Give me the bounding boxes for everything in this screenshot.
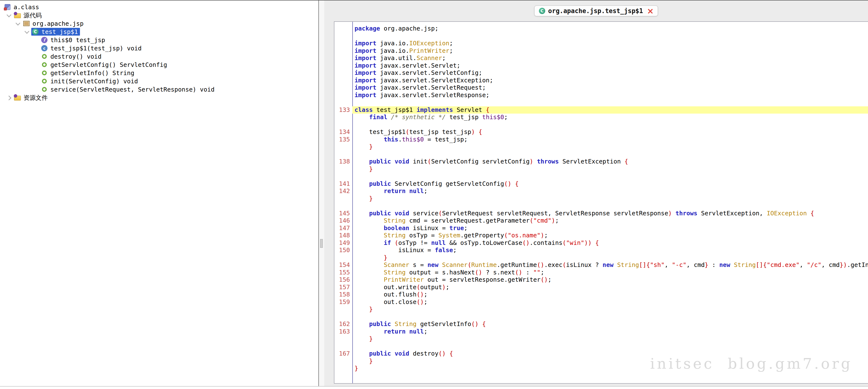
line-number [334,306,352,313]
chevron-down-icon[interactable] [13,20,22,28]
line-number: 154 [334,261,352,269]
code-line-text: public String getServletInfo() { [352,320,868,328]
code-line[interactable]: 147 boolean isLinux = true; [334,225,868,232]
code-line[interactable]: 134 test_jsp$1(test_jsp test_jsp) { [334,128,868,136]
code-line[interactable]: 138 public void init(ServletConfig servl… [334,158,868,165]
code-line[interactable]: import java.util.Scanner; [334,55,868,62]
tree-item-method-service[interactable]: service(ServletRequest, ServletResponse)… [0,85,318,94]
code-line[interactable]: 141 public ServletConfig getServletConfi… [334,180,868,188]
tree-item-org-apache-jsp[interactable]: org.apache.jsp [0,20,318,28]
code-line-text: return null; [352,328,868,335]
code-line-text: PrintWriter out = servletResponse.getWri… [352,276,868,284]
line-number [334,92,352,99]
tree-item-label: org.apache.jsp [32,20,84,27]
code-line[interactable]: 145 public void service(ServletRequest s… [334,210,868,217]
code-line[interactable]: } [334,143,868,151]
tree-item-label: a.class [13,4,39,11]
code-line[interactable]: package org.apache.jsp; [334,25,868,32]
code-line[interactable]: 149 if (osTyp != null && osTyp.toLowerCa… [334,239,868,247]
line-number: 155 [334,269,352,277]
code-line[interactable] [334,99,868,106]
code-line[interactable]: } [334,195,868,202]
tree-item-a-class[interactable]: a.class [0,3,318,11]
tree-item-method-getservletinfo[interactable]: getServletInfo() String [0,69,318,77]
code-line[interactable]: } [334,165,868,173]
tab-close-icon[interactable]: × [645,7,654,14]
code-panel: package org.apache.jsp;import java.io.IO… [334,21,868,384]
code-area[interactable]: package org.apache.jsp;import java.io.IO… [334,22,868,372]
tab-org-apache-jsp-test-jsp-1[interactable]: org.apache.jsp.test_jsp$1 × [534,6,658,16]
line-number: 141 [334,180,352,188]
code-line[interactable]: import java.io.PrintWriter; [334,47,868,55]
code-line[interactable]: } [334,335,868,343]
code-line-text: out.flush(); [352,291,868,298]
code-line[interactable] [334,173,868,180]
code-line[interactable]: import javax.servlet.Servlet; [334,62,868,69]
divider-handle[interactable] [320,239,323,248]
line-number: 138 [334,158,352,165]
code-line[interactable]: import java.io.IOException; [334,40,868,47]
code-line-text: final /* synthetic */ test_jsp this$0; [352,114,868,121]
tree-item-method-destroy[interactable]: destroy() void [0,52,318,61]
code-line[interactable]: 135 this.this$0 = test_jsp; [334,136,868,143]
code-line[interactable]: final /* synthetic */ test_jsp this$0; [334,114,868,121]
line-number [334,62,352,69]
tree-item-label: 源代码 [23,11,42,20]
code-line[interactable] [334,32,868,40]
tree-item-method-init[interactable]: init(ServletConfig) void [0,77,318,85]
method-icon [41,86,48,93]
code-line[interactable] [334,151,868,158]
code-line[interactable]: 146 String cmd = servletRequest.getParam… [334,217,868,225]
code-line[interactable]: } [334,254,868,262]
package-icon [23,20,30,27]
line-number [334,99,352,106]
code-line[interactable]: import javax.servlet.ServletException; [334,77,868,84]
code-line[interactable]: 159 out.close(); [334,298,868,306]
code-line[interactable]: 133class test_jsp$1 implements Servlet { [334,106,868,114]
code-line[interactable]: import javax.servlet.ServletConfig; [334,69,868,77]
field-icon [41,36,48,43]
code-line-text [352,173,868,180]
code-line[interactable]: 156 PrintWriter out = servletResponse.ge… [334,276,868,284]
code-line[interactable] [334,202,868,210]
line-number [334,47,352,55]
tree-node: service(ServletRequest, ServletResponse)… [40,86,216,93]
code-line[interactable]: import javax.servlet.ServletRequest; [334,84,868,92]
code-line-text: public void service(ServletRequest servl… [352,210,868,217]
code-line[interactable]: 150 isLinux = false; [334,247,868,254]
tree-item-constructor-test-jsp-1[interactable]: test_jsp$1(test_jsp) void [0,44,318,52]
code-line-text: out.write(output); [352,284,868,291]
chevron-down-icon[interactable] [22,28,31,36]
code-line-text [352,99,868,106]
code-line[interactable]: 158 out.flush(); [334,291,868,298]
code-line[interactable]: 154 Scanner s = new Scanner(Runtime.getR… [334,261,868,269]
tree-item-resources[interactable]: 资源文件 [0,94,318,102]
tree-item-method-getservletconfig[interactable]: getServletConfig() ServletConfig [0,61,318,69]
line-number [334,151,352,158]
tree-node: org.apache.jsp [22,20,86,27]
chevron-down-icon[interactable] [4,11,13,20]
line-number [334,343,352,350]
tree-item-test-jsp-1[interactable]: test_jsp$1 [0,28,318,36]
code-line[interactable]: 163 return null; [334,328,868,335]
tree-node: destroy() void [40,53,103,60]
code-line[interactable] [334,121,868,129]
tree-item-field-this-0[interactable]: this$0 test_jsp [0,36,318,44]
code-line-text: out.close(); [352,298,868,306]
code-line[interactable]: 148 String osTyp = System.getProperty("o… [334,232,868,239]
code-line-text: boolean isLinux = true; [352,225,868,232]
code-line[interactable] [334,343,868,350]
line-number: 134 [334,128,352,136]
code-line[interactable]: 162 public String getServletInfo() { [334,320,868,328]
tree-item-source-code[interactable]: 源代码 [0,11,318,20]
code-line-text: String osTyp = System.getProperty("os.na… [352,232,868,239]
code-line[interactable]: 142 return null; [334,188,868,195]
code-line-text: return null; [352,188,868,195]
code-line[interactable]: 157 out.write(output); [334,284,868,291]
split-divider[interactable] [319,0,324,386]
code-line[interactable] [334,313,868,321]
code-line[interactable]: 155 String output = s.hasNext() ? s.next… [334,269,868,277]
chevron-right-icon[interactable] [4,94,13,102]
code-line[interactable]: import javax.servlet.ServletResponse; [334,92,868,99]
code-line[interactable]: } [334,306,868,313]
